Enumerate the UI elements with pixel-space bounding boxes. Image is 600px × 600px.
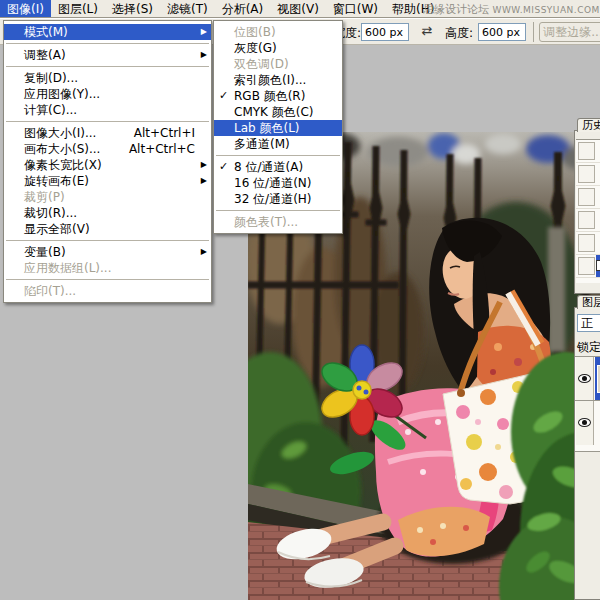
watermark: 思缘设计论坛 WWW.MISSYUAN.COM <box>423 2 600 17</box>
history-state-selected[interactable] <box>576 255 600 278</box>
refine-edge-button[interactable]: 调整边缘... <box>539 22 600 42</box>
watermark-text: 思缘设计论坛 <box>423 3 489 16</box>
check-icon <box>219 88 233 104</box>
layer-visibility-toggle[interactable] <box>576 401 594 445</box>
menu-item-crop: 裁剪(P) <box>4 189 211 205</box>
height-label: 高度: <box>445 25 473 42</box>
history-source-checkbox[interactable] <box>578 165 595 183</box>
layer-visibility-toggle[interactable] <box>576 357 594 400</box>
menu-item-mode[interactable]: 模式(M) <box>4 24 211 40</box>
menubar-item-layer[interactable]: 图层(L) <box>51 0 105 17</box>
history-states-list <box>576 139 600 283</box>
menu-item-lab-color[interactable]: Lab 颜色(L) <box>214 120 342 136</box>
history-source-checkbox[interactable] <box>578 257 595 275</box>
history-panel-tab[interactable]: 历史 <box>577 118 600 132</box>
menubar-item-analysis[interactable]: 分析(A) <box>215 0 271 17</box>
history-state-icon <box>596 260 600 271</box>
menu-separator <box>6 279 209 280</box>
menu-item-rgb-color[interactable]: RGB 颜色(R) <box>214 88 342 104</box>
menu-item-trap: 陷印(T)... <box>4 283 211 299</box>
menu-item-duotone: 双色调(D) <box>214 56 342 72</box>
watermark-url: WWW.MISSYUAN.COM <box>493 5 600 15</box>
swap-dimensions-icon[interactable] <box>418 23 436 39</box>
width-input[interactable] <box>361 23 409 41</box>
menu-item-image-size[interactable]: 图像大小(I)...Alt+Ctrl+I <box>4 125 211 141</box>
layers-panel-tab[interactable]: 图层 <box>577 295 600 309</box>
menubar-item-select[interactable]: 选择(S) <box>105 0 160 17</box>
menu-item-cmyk-color[interactable]: CMYK 颜色(C) <box>214 104 342 120</box>
menu-item-bitmap: 位图(B) <box>214 24 342 40</box>
menu-separator <box>6 121 209 122</box>
menu-item-16-bits[interactable]: 16 位/通道(N) <box>214 175 342 191</box>
shortcut-label: Alt+Ctrl+I <box>124 125 195 141</box>
submenu-arrow-icon <box>201 173 207 189</box>
menu-item-reveal-all[interactable]: 显示全部(V) <box>4 221 211 237</box>
shortcut-label: Alt+Ctrl+C <box>119 141 195 157</box>
height-input[interactable] <box>478 23 526 41</box>
lock-label: 锁定 <box>577 339 600 356</box>
menu-item-apply-data-set: 应用数据组(L)... <box>4 260 211 276</box>
menu-item-canvas-size[interactable]: 画布大小(S)...Alt+Ctrl+C <box>4 141 211 157</box>
menu-item-apply-image[interactable]: 应用图像(Y)... <box>4 86 211 102</box>
menubar-item-window[interactable]: 窗口(W) <box>326 0 385 17</box>
menu-item-grayscale[interactable]: 灰度(G) <box>214 40 342 56</box>
submenu-arrow-icon <box>201 24 207 40</box>
menubar-item-image[interactable]: 图像(I) <box>0 0 51 17</box>
layers-list <box>575 356 600 452</box>
eye-icon <box>578 374 591 383</box>
menu-item-multichannel[interactable]: 多通道(M) <box>214 136 342 152</box>
history-state[interactable] <box>576 209 600 232</box>
mode-submenu: 位图(B) 灰度(G) 双色调(D) 索引颜色(I)... RGB 颜色(R) … <box>213 20 343 234</box>
layer-row-selected[interactable] <box>575 357 600 401</box>
history-state[interactable] <box>576 186 600 209</box>
menu-item-trim[interactable]: 裁切(R)... <box>4 205 211 221</box>
fence-post <box>548 227 565 352</box>
flower-center <box>353 381 371 399</box>
menu-item-pixel-aspect-ratio[interactable]: 像素长宽比(X) <box>4 157 211 173</box>
eye-icon <box>578 418 591 427</box>
menu-separator <box>6 66 209 67</box>
history-panel: 历史 <box>574 130 600 294</box>
menu-item-adjustments[interactable]: 调整(A) <box>4 47 211 63</box>
menu-item-8-bits[interactable]: 8 位/通道(A) <box>214 159 342 175</box>
menubar-divider <box>0 17 600 19</box>
history-state[interactable] <box>576 232 600 255</box>
menubar-item-filter[interactable]: 滤镜(T) <box>160 0 215 17</box>
check-icon <box>219 159 233 175</box>
menubar-item-view[interactable]: 视图(V) <box>270 0 326 17</box>
menu-item-rotate-canvas[interactable]: 旋转画布(E) <box>4 173 211 189</box>
menu-separator <box>6 43 209 44</box>
history-source-checkbox[interactable] <box>578 211 595 229</box>
menu-item-32-bits[interactable]: 32 位/通道(H) <box>214 191 342 207</box>
history-source-checkbox[interactable] <box>578 234 595 252</box>
options-separator <box>533 22 534 42</box>
submenu-arrow-icon <box>201 157 207 173</box>
menu-item-duplicate[interactable]: 复制(D)... <box>4 70 211 86</box>
menu-item-variables[interactable]: 变量(B) <box>4 244 211 260</box>
menu-item-calculations[interactable]: 计算(C)... <box>4 102 211 118</box>
history-source-checkbox[interactable] <box>578 142 595 160</box>
layer-row[interactable] <box>575 401 600 445</box>
submenu-arrow-icon <box>201 244 207 260</box>
history-state[interactable] <box>576 163 600 186</box>
bag-grommet <box>457 389 465 397</box>
history-source-checkbox[interactable] <box>578 188 595 206</box>
menu-item-color-table: 颜色表(T)... <box>214 214 342 230</box>
history-state[interactable] <box>576 140 600 163</box>
image-menu-dropdown: 模式(M) 调整(A) 复制(D)... 应用图像(Y)... 计算(C)...… <box>3 20 212 303</box>
menu-separator <box>6 240 209 241</box>
submenu-arrow-icon <box>201 47 207 63</box>
blend-mode-dropdown[interactable]: 正常 <box>577 314 600 332</box>
menu-item-indexed-color[interactable]: 索引颜色(I)... <box>214 72 342 88</box>
layers-panel: 图层 正常 锁定 <box>574 307 600 600</box>
menu-separator <box>216 210 340 211</box>
menu-separator <box>216 155 340 156</box>
